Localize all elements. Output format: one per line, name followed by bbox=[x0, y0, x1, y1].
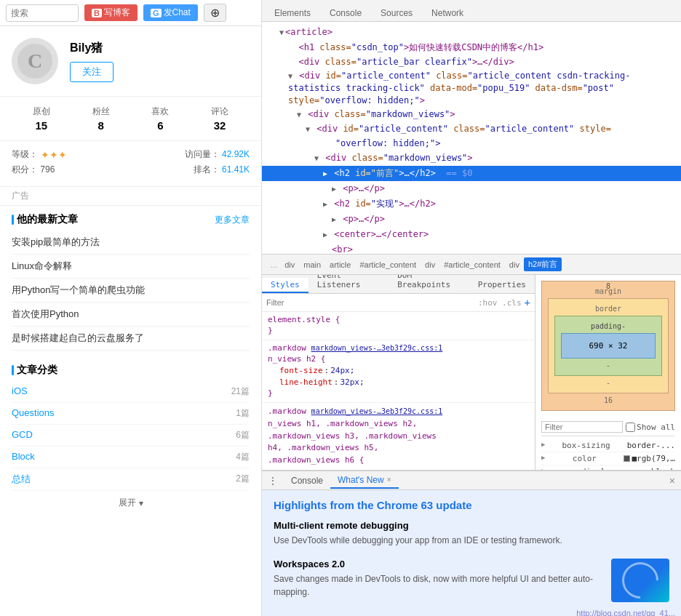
dom-line-selected[interactable]: ▶ <h2 id="前言">…</h2> == $0 bbox=[262, 166, 681, 181]
css-rule: element.style { } bbox=[262, 312, 535, 340]
stats-row: 原创 15 粉丝 8 喜欢 6 评论 32 bbox=[0, 97, 261, 141]
list-item[interactable]: iOS 21篇 bbox=[12, 381, 250, 403]
expand-icon[interactable]: ▼ bbox=[288, 72, 292, 80]
breadcrumb-item[interactable]: div bbox=[505, 259, 524, 271]
dom-line[interactable]: ▼ <div id="article_content" class="artic… bbox=[262, 122, 681, 136]
tab-console[interactable]: Console bbox=[320, 4, 371, 21]
dom-line[interactable]: ▶ <h2 id="实现">…</h2> bbox=[262, 196, 681, 212]
box-margin: 8 margin border padding- 690 × 32 - - 16 bbox=[541, 281, 675, 411]
dom-line[interactable]: ▼<article> bbox=[262, 25, 681, 40]
chat-logo: G bbox=[151, 9, 162, 17]
level-row-2: 积分： 796 排名： 61.41K bbox=[12, 164, 250, 176]
show-all-checkbox[interactable]: Show all bbox=[626, 423, 675, 432]
padding-label: padding- bbox=[561, 322, 656, 330]
tab-dom-breakpoints[interactable]: DOM Breakpoints bbox=[389, 275, 469, 293]
extra-button[interactable]: ⊕ bbox=[204, 4, 226, 22]
category-name: Questions bbox=[12, 407, 55, 420]
computed-property[interactable]: ▶ display block bbox=[541, 465, 675, 470]
tab-elements[interactable]: Elements bbox=[265, 4, 320, 21]
list-item[interactable]: GCD 6篇 bbox=[12, 425, 250, 447]
stat-fans-label: 粉丝 bbox=[92, 105, 110, 118]
dom-line[interactable]: <h1 class="csdn_top">如何快速转载CSDN中的博客</h1> bbox=[262, 40, 681, 55]
list-item[interactable]: Linux命令解释 bbox=[12, 255, 250, 279]
add-style-icon[interactable]: + bbox=[525, 297, 530, 308]
dom-line[interactable]: ▶ <p>…</p> bbox=[262, 181, 681, 196]
close-tab-icon[interactable]: × bbox=[387, 476, 391, 484]
tab-whats-new[interactable]: What's New × bbox=[330, 473, 398, 489]
computed-property[interactable]: ▶ color ■rgb(79,… bbox=[541, 452, 675, 465]
tab-properties[interactable]: Properties bbox=[469, 278, 535, 293]
list-item[interactable]: 总结 2篇 bbox=[12, 468, 250, 491]
breadcrumb-item[interactable]: #article_content bbox=[439, 259, 505, 271]
category-count: 6篇 bbox=[236, 429, 250, 441]
menu-icon[interactable]: ⋮ bbox=[268, 475, 278, 487]
expand-button[interactable]: 展开 ▾ bbox=[0, 491, 261, 515]
computed-filter-input[interactable] bbox=[541, 421, 623, 433]
expand-icon[interactable]: ▼ bbox=[297, 111, 301, 119]
stat-original: 原创 15 bbox=[33, 105, 50, 132]
dom-line[interactable]: <br> bbox=[262, 242, 681, 255]
dom-line[interactable]: ▼ <div id="article_content" class="artic… bbox=[262, 69, 681, 107]
write-blog-button[interactable]: B 写博客 bbox=[84, 4, 138, 21]
computed-val: border-... bbox=[627, 441, 675, 450]
list-item[interactable]: 用Python写一个简单的爬虫功能 bbox=[12, 279, 250, 303]
show-all-check[interactable] bbox=[626, 423, 635, 432]
expand-icon[interactable]: ▶ bbox=[323, 231, 327, 239]
dom-line[interactable]: "overflow: hidden;"> bbox=[262, 136, 681, 151]
computed-key: display bbox=[581, 467, 615, 470]
close-bottom-panel-icon[interactable]: × bbox=[669, 475, 675, 487]
filter-input[interactable] bbox=[266, 295, 475, 310]
css-source-link[interactable]: markdown_views-…3eb3f29c.css:1 bbox=[311, 344, 443, 352]
computed-property[interactable]: ▶ box-sizing border-... bbox=[541, 439, 675, 452]
score-value: 796 bbox=[40, 164, 55, 175]
expand-icon[interactable]: ▶ bbox=[332, 215, 336, 223]
computed-key: color bbox=[573, 454, 597, 463]
categories-title: 文章分类 bbox=[12, 364, 57, 377]
dom-line[interactable]: ▼ <div class="markdown_views"> bbox=[262, 107, 681, 122]
expand-icon[interactable]: ▶ bbox=[332, 185, 336, 193]
expand-icon[interactable]: ▼ bbox=[306, 125, 310, 133]
whats-new-desc: Save changes made in DevTools to disk, n… bbox=[274, 572, 600, 599]
whats-new-heading: Workspaces 2.0 bbox=[274, 559, 600, 569]
whats-new-desc: Use DevTools while debugging your app fr… bbox=[274, 534, 562, 547]
tab-console[interactable]: Console bbox=[284, 473, 330, 488]
breadcrumb-item[interactable]: #article_content bbox=[355, 259, 421, 271]
breadcrumb-item[interactable]: div bbox=[421, 259, 439, 271]
expand-icon[interactable]: ▼ bbox=[279, 28, 284, 36]
send-chat-button[interactable]: G 发Chat bbox=[143, 4, 198, 21]
profile-name: Bily猪 bbox=[70, 41, 250, 56]
categories-header: 文章分类 bbox=[0, 356, 261, 381]
padding-bottom: - bbox=[561, 361, 656, 369]
devtools-panel: Elements Console Sources Network ▼<artic… bbox=[262, 0, 681, 616]
expand-icon: ▶ bbox=[541, 454, 545, 463]
latest-articles-header: 他的最新文章 更多文章 bbox=[0, 206, 261, 231]
search-input[interactable] bbox=[6, 4, 79, 22]
dom-line[interactable]: <div class="article_bar clearfix">…</div… bbox=[262, 55, 681, 69]
stat-original-value: 15 bbox=[33, 119, 50, 132]
expand-icon[interactable]: ▼ bbox=[314, 154, 319, 162]
dom-line[interactable]: ▼ <div class="markdown_views"> bbox=[262, 151, 681, 166]
list-item[interactable]: 安装pip最简单的方法 bbox=[12, 231, 250, 255]
tab-sources[interactable]: Sources bbox=[371, 4, 422, 21]
tab-event-listeners[interactable]: Event Listeners bbox=[308, 275, 389, 293]
box-model: 8 margin border padding- 690 × 32 - - 16 bbox=[541, 281, 675, 411]
breadcrumb-item[interactable]: main bbox=[299, 259, 325, 271]
list-item[interactable]: 首次使用Python bbox=[12, 303, 250, 327]
breadcrumb-item[interactable]: div bbox=[280, 259, 299, 271]
dom-line[interactable]: ▶ <p>…</p> bbox=[262, 212, 681, 227]
list-item[interactable]: Questions 1篇 bbox=[12, 403, 250, 425]
follow-button[interactable]: 关注 bbox=[70, 62, 114, 82]
avatar: C bbox=[12, 38, 58, 84]
expand-icon[interactable]: ▶ bbox=[323, 169, 327, 177]
css-source-link[interactable]: markdown_views-…3eb3f29c.css:1 bbox=[311, 407, 443, 415]
breadcrumb-item-active[interactable]: h2#前言 bbox=[524, 257, 562, 271]
tab-styles[interactable]: Styles bbox=[262, 278, 308, 293]
tab-network[interactable]: Network bbox=[422, 4, 473, 21]
dom-line[interactable]: ▶ <center>…</center> bbox=[262, 227, 681, 242]
more-articles-link[interactable]: 更多文章 bbox=[215, 214, 250, 226]
list-item[interactable]: Block 4篇 bbox=[12, 447, 250, 468]
expand-icon[interactable]: ▶ bbox=[323, 200, 327, 208]
breadcrumb-item[interactable]: article bbox=[325, 259, 355, 271]
list-item[interactable]: 是时候搭建起自己的云盘服务了 bbox=[12, 327, 250, 351]
send-chat-label: 发Chat bbox=[164, 7, 191, 19]
